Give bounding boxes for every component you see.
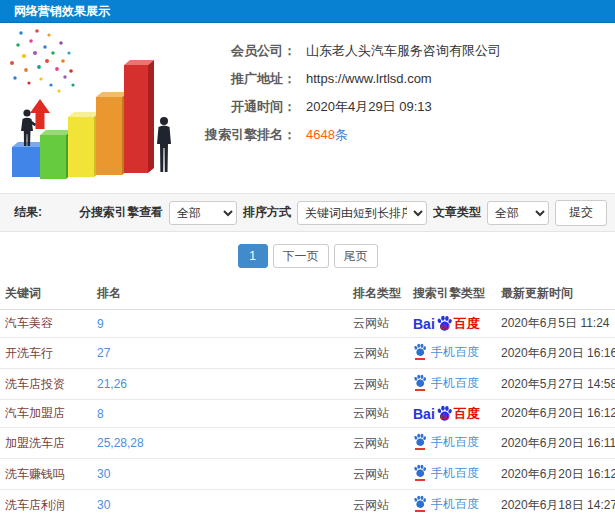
rank-type-cell: 云网站 (348, 338, 408, 369)
rank-cell: 21,26 (92, 369, 348, 400)
updated-cell: 2020年5月27日 14:58 (496, 369, 615, 400)
keyword-cell: 汽车美容 (0, 310, 92, 338)
table-row: 加盟洗车店 25,28,28 云网站 Baidu百度 手机百度 2020年6月2… (0, 428, 615, 459)
mobile-baidu-paw-icon (413, 495, 427, 512)
baidu-logo-cn: 百度 (454, 317, 480, 330)
sort-mode-label: 排序方式 (243, 204, 291, 221)
rank-cell: 27 (92, 338, 348, 369)
submit-button[interactable]: 提交 (555, 200, 607, 226)
rank-link[interactable]: 9 (97, 317, 104, 331)
table-header-row: 关键词 排名 排名类型 搜索引擎类型 最新更新时间 (0, 278, 615, 310)
sort-mode-select[interactable]: 关键词由短到长排序 (297, 201, 427, 225)
open-time-row: 开通时间： 2020年4月29日 09:13 (186, 93, 501, 121)
mobile-baidu-paw-icon (413, 374, 427, 391)
rank-count-label: 搜索引擎排名： (186, 121, 296, 149)
article-type-label: 文章类型 (433, 204, 481, 221)
table-row: 开洗车行 27 云网站 Baidu百度 手机百度 2020年6月20日 16:1… (0, 338, 615, 369)
rank-count-number: 4648 (306, 127, 335, 142)
page-header: 网络营销效果展示 (0, 0, 615, 23)
mobile-baidu-paw-icon (413, 433, 427, 450)
page-title: 网络营销效果展示 (14, 4, 110, 18)
account-info-section: 会员公司： 山东老人头汽车服务咨询有限公司 推广地址： https://www.… (0, 23, 615, 193)
rank-cell: 9 (92, 310, 348, 338)
updated-cell: 2020年6月20日 16:11 (496, 428, 615, 459)
rank-type-cell: 云网站 (348, 369, 408, 400)
baidu-paw-icon: du (436, 315, 453, 332)
mobile-baidu-logo: 手机百度 (413, 495, 479, 512)
businessman-right (157, 117, 171, 172)
baidu-logo: Baidu百度 (413, 405, 480, 422)
rank-cell: 25,28,28 (92, 428, 348, 459)
promotion-url-link[interactable]: https://www.lrtlsd.com (306, 65, 432, 93)
rank-type-cell: 云网站 (348, 459, 408, 490)
rank-cell: 30 (92, 459, 348, 490)
rank-link[interactable]: 30 (97, 498, 110, 512)
baidu-du-text: du (440, 323, 449, 330)
rank-link[interactable]: 30 (97, 467, 110, 481)
rank-link[interactable]: 25,28,28 (97, 436, 144, 450)
company-link[interactable]: 山东老人头汽车服务咨询有限公司 (306, 37, 501, 65)
table-row: 洗车赚钱吗 30 云网站 Baidu百度 手机百度 2020年6月20日 16:… (0, 459, 615, 490)
col-engine-type: 搜索引擎类型 (408, 278, 496, 310)
col-updated: 最新更新时间 (496, 278, 615, 310)
rank-count-row: 搜索引擎排名： 4648条 (186, 121, 501, 149)
rank-type-cell: 云网站 (348, 490, 408, 520)
engine-filter-label: 分搜索引擎查看 (79, 204, 163, 221)
engine-cell: Baidu百度 手机百度 (408, 400, 496, 428)
table-row: 汽车加盟店 8 云网站 Baidu百度 手机百度 2020年6月20日 16:1… (0, 400, 615, 428)
mobile-baidu-logo: 手机百度 (413, 343, 479, 360)
rank-cell: 30 (92, 490, 348, 520)
rank-link[interactable]: 8 (97, 407, 104, 421)
baidu-logo: Baidu百度 (413, 315, 480, 332)
rank-link[interactable]: 27 (97, 346, 110, 360)
rank-link[interactable]: 21,26 (97, 377, 127, 391)
company-row: 会员公司： 山东老人头汽车服务咨询有限公司 (186, 37, 501, 65)
page-1-button[interactable]: 1 (238, 244, 268, 268)
confetti-dots (10, 29, 75, 92)
mobile-baidu-paw-icon (413, 464, 427, 481)
keyword-cell: 洗车赚钱吗 (0, 459, 92, 490)
rank-type-cell: 云网站 (348, 428, 408, 459)
mobile-baidu-paw-icon (413, 343, 427, 360)
engine-filter-select[interactable]: 全部 (169, 201, 237, 225)
filter-controls: 分搜索引擎查看 全部 排序方式 关键词由短到长排序 文章类型 全部 提交 (79, 200, 607, 226)
bar-yellow (68, 112, 100, 177)
table-row: 洗车店投资 21,26 云网站 Baidu百度 手机百度 2020年5月27日 … (0, 369, 615, 400)
rank-type-cell: 云网站 (348, 400, 408, 428)
col-rank-type: 排名类型 (348, 278, 408, 310)
keyword-cell: 加盟洗车店 (0, 428, 92, 459)
bar-red (124, 60, 154, 173)
col-keyword: 关键词 (0, 278, 92, 310)
bar-chart-graphic (0, 23, 186, 191)
table-row: 汽车美容 9 云网站 Baidu百度 手机百度 2020年6月5日 11:24 (0, 310, 615, 338)
mobile-baidu-logo: 手机百度 (413, 433, 479, 450)
keyword-cell: 洗车店投资 (0, 369, 92, 400)
open-time-label: 开通时间： (186, 93, 296, 121)
account-info-rows: 会员公司： 山东老人头汽车服务咨询有限公司 推广地址： https://www.… (186, 23, 501, 193)
keyword-ranking-table: 关键词 排名 排名类型 搜索引擎类型 最新更新时间 汽车美容 9 云网站 Bai… (0, 278, 615, 520)
open-time-value: 2020年4月29日 09:13 (306, 93, 432, 121)
engine-cell: Baidu百度 手机百度 (408, 369, 496, 400)
growth-bar-chart-illustration (0, 23, 186, 191)
marketing-report-page: 网络营销效果展示 (0, 0, 615, 520)
company-label: 会员公司： (186, 37, 296, 65)
results-label: 结果: (14, 204, 42, 221)
businessman-left (21, 109, 36, 146)
mobile-baidu-logo: 手机百度 (413, 464, 479, 481)
promotion-url-row: 推广地址： https://www.lrtlsd.com (186, 65, 501, 93)
engine-cell: Baidu百度 手机百度 (408, 490, 496, 520)
baidu-paw-icon: du (436, 405, 453, 422)
next-page-button[interactable]: 下一页 (273, 244, 329, 268)
keyword-cell: 开洗车行 (0, 338, 92, 369)
updated-cell: 2020年6月20日 16:16 (496, 338, 615, 369)
pagination: 1 下一页 尾页 (0, 232, 615, 278)
updated-cell: 2020年6月18日 14:27 (496, 490, 615, 520)
baidu-logo-latin: Bai (413, 317, 435, 331)
filter-bar: 结果: 分搜索引擎查看 全部 排序方式 关键词由短到长排序 文章类型 全部 提交 (0, 193, 615, 232)
article-type-select[interactable]: 全部 (487, 201, 549, 225)
last-page-button[interactable]: 尾页 (334, 244, 378, 268)
rank-type-cell: 云网站 (348, 310, 408, 338)
keyword-cell: 洗车店利润 (0, 490, 92, 520)
promotion-url-label: 推广地址： (186, 65, 296, 93)
engine-cell: Baidu百度 手机百度 (408, 428, 496, 459)
